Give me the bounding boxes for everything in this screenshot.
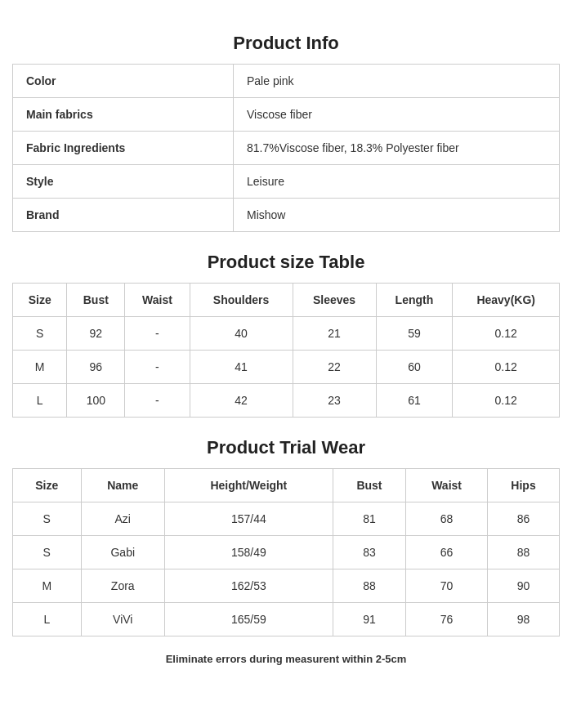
column-header: Bust (67, 284, 125, 317)
table-cell: 70 (406, 569, 488, 603)
table-cell: - (125, 317, 190, 351)
table-cell: 96 (67, 351, 125, 384)
table-cell: 60 (376, 351, 453, 384)
table-row: Main fabrics Viscose fiber (13, 98, 560, 132)
table-cell: S (13, 502, 82, 536)
info-value: 81.7%Viscose fiber, 18.3% Polyester fibe… (234, 132, 560, 165)
table-cell: 0.12 (453, 317, 560, 351)
info-label: Main fabrics (13, 98, 234, 132)
table-cell: 162/53 (164, 569, 333, 603)
table-row: M96-4122600.12 (13, 351, 560, 384)
table-cell: 88 (333, 569, 405, 603)
column-header: Size (13, 469, 82, 502)
table-cell: M (13, 569, 82, 603)
column-header: Name (81, 469, 164, 502)
column-header: Size (13, 284, 67, 317)
table-cell: 92 (67, 317, 125, 351)
table-cell: S (13, 317, 67, 351)
trial-wear-table: SizeNameHeight/WeightBustWaistHips SAzi1… (12, 468, 560, 636)
table-cell: 98 (488, 603, 560, 636)
footer-note: Eliminate errors during measurent within… (12, 653, 560, 665)
size-table-title: Product size Table (12, 252, 560, 273)
table-cell: 165/59 (164, 603, 333, 636)
table-cell: 41 (190, 351, 293, 384)
column-header: Waist (406, 469, 488, 502)
info-label: Color (13, 65, 234, 98)
column-header: Sleeves (293, 284, 376, 317)
table-cell: 22 (293, 351, 376, 384)
table-cell: 81 (333, 502, 405, 536)
table-cell: 83 (333, 536, 405, 569)
table-cell: 90 (488, 569, 560, 603)
product-info-title: Product Info (12, 33, 560, 54)
table-cell: L (13, 603, 82, 636)
table-row: SGabi158/49836688 (13, 536, 560, 569)
table-cell: 40 (190, 317, 293, 351)
table-cell: 0.12 (453, 351, 560, 384)
table-cell: 76 (406, 603, 488, 636)
table-cell: 59 (376, 317, 453, 351)
table-row: Color Pale pink (13, 65, 560, 98)
table-cell: 91 (333, 603, 405, 636)
table-cell: 86 (488, 502, 560, 536)
table-cell: M (13, 351, 67, 384)
table-row: L100-4223610.12 (13, 384, 560, 418)
column-header: Height/Weight (164, 469, 333, 502)
table-row: S92-4021590.12 (13, 317, 560, 351)
table-cell: - (125, 351, 190, 384)
table-row: LViVi165/59917698 (13, 603, 560, 636)
table-row: Style Leisure (13, 165, 560, 199)
table-cell: S (13, 536, 82, 569)
table-cell: 88 (488, 536, 560, 569)
info-value: Pale pink (234, 65, 560, 98)
column-header: Hips (488, 469, 560, 502)
trial-wear-title: Product Trial Wear (12, 437, 560, 458)
table-cell: ViVi (81, 603, 164, 636)
column-header: Waist (125, 284, 190, 317)
column-header: Bust (333, 469, 405, 502)
table-cell: 158/49 (164, 536, 333, 569)
column-header: Shoulders (190, 284, 293, 317)
size-table: SizeBustWaistShouldersSleevesLengthHeavy… (12, 283, 560, 418)
product-info-table: Color Pale pink Main fabrics Viscose fib… (12, 64, 560, 232)
table-cell: 23 (293, 384, 376, 418)
table-cell: 68 (406, 502, 488, 536)
table-row: MZora162/53887090 (13, 569, 560, 603)
info-value: Viscose fiber (234, 98, 560, 132)
column-header: Heavy(KG) (453, 284, 560, 317)
table-cell: 157/44 (164, 502, 333, 536)
table-cell: Gabi (81, 536, 164, 569)
table-row: SAzi157/44816886 (13, 502, 560, 536)
table-cell: - (125, 384, 190, 418)
column-header: Length (376, 284, 453, 317)
table-cell: Zora (81, 569, 164, 603)
info-label: Brand (13, 199, 234, 232)
table-cell: 66 (406, 536, 488, 569)
table-row: Brand Mishow (13, 199, 560, 232)
info-value: Mishow (234, 199, 560, 232)
table-cell: Azi (81, 502, 164, 536)
table-row: Fabric Ingredients 81.7%Viscose fiber, 1… (13, 132, 560, 165)
table-cell: L (13, 384, 67, 418)
info-value: Leisure (234, 165, 560, 199)
info-label: Fabric Ingredients (13, 132, 234, 165)
table-cell: 0.12 (453, 384, 560, 418)
table-cell: 100 (67, 384, 125, 418)
table-cell: 42 (190, 384, 293, 418)
table-cell: 21 (293, 317, 376, 351)
info-label: Style (13, 165, 234, 199)
table-cell: 61 (376, 384, 453, 418)
